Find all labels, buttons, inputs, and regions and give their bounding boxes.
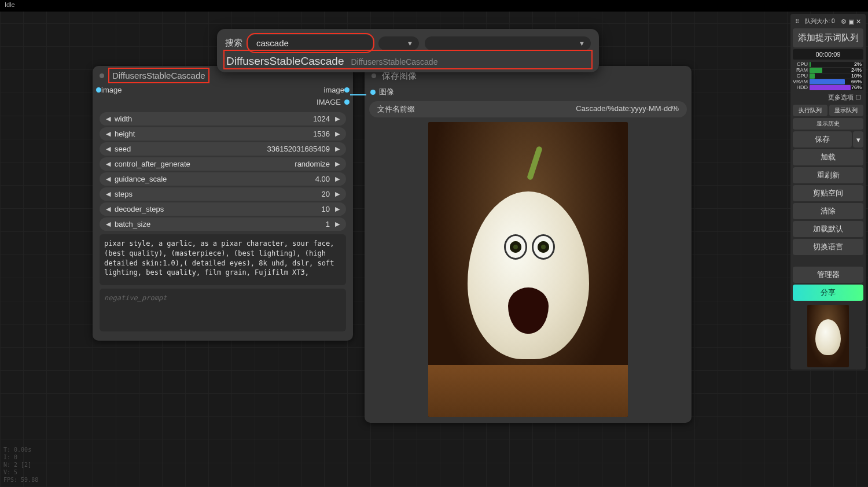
increment-icon[interactable]: ▶: [333, 190, 341, 198]
search-category-dropdown[interactable]: ▼: [378, 36, 419, 50]
increment-icon[interactable]: ▶: [333, 205, 341, 213]
pin-icon[interactable]: ▣: [848, 18, 854, 25]
param-value: 1536: [135, 130, 330, 138]
decrement-icon[interactable]: ◀: [104, 205, 112, 213]
chevron-down-icon: ▾: [856, 135, 860, 144]
meter-hdd: HDD76%: [793, 84, 863, 90]
meter-pct: 76%: [851, 84, 862, 90]
param-decoder_steps[interactable]: ◀decoder_steps10▶: [100, 202, 346, 216]
param-seed[interactable]: ◀seed336152031685409▶: [100, 142, 346, 156]
manager-button[interactable]: 管理器: [793, 267, 863, 283]
control-panel: ⠿ 队列大小: 0 ⚙ ▣ ✕ 添加提示词队列 00:00:09 CPU2%RA…: [790, 14, 866, 370]
param-label: width: [115, 115, 132, 123]
show-queue-button[interactable]: 显示队列: [829, 105, 864, 116]
negative-prompt-textarea[interactable]: negative_prompt: [100, 289, 346, 331]
param-label: seed: [115, 145, 131, 153]
status-text: Idle: [5, 1, 15, 8]
increment-icon[interactable]: ▶: [333, 175, 341, 183]
more-options-toggle[interactable]: 更多选项 ☐: [793, 92, 863, 103]
param-control_after_generate[interactable]: ◀control_after_generaterandomize▶: [100, 157, 346, 171]
clear-button[interactable]: 清除: [793, 203, 863, 219]
filename-prefix-field[interactable]: 文件名前缀 Cascade/%date:yyyy-MM-dd%: [369, 101, 687, 117]
param-label: steps: [115, 190, 133, 198]
meter-pct: 10%: [851, 73, 862, 79]
load-default-button[interactable]: 加载默认: [793, 221, 863, 237]
search-result-path: DiffusersStableCascade: [351, 57, 437, 67]
close-icon[interactable]: ✕: [856, 18, 861, 25]
enqueue-button[interactable]: 添加提示词队列: [793, 28, 863, 47]
node-save-image[interactable]: 保存图像 图像 文件名前缀 Cascade/%date:yyyy-MM-dd%: [365, 66, 692, 423]
search-result-row[interactable]: DiffusersStableCascade DiffusersStableCa…: [225, 51, 591, 68]
checkbox-icon: ☐: [855, 94, 861, 101]
decrement-icon[interactable]: ◀: [104, 160, 112, 168]
meter-vram: VRAM66%: [793, 79, 863, 84]
param-value: 1: [150, 220, 330, 228]
port-dot-icon: [96, 87, 101, 93]
prompt-textarea[interactable]: pixar style, a garlic, as a pixar charac…: [100, 234, 346, 285]
drag-handle-icon[interactable]: ⠿: [795, 19, 799, 25]
output-preview-image[interactable]: [428, 122, 628, 417]
meter-ram: RAM24%: [793, 67, 863, 73]
search-result-name: DiffusersStableCascade: [226, 55, 344, 68]
meter-label: GPU: [793, 73, 808, 79]
param-label: batch_size: [115, 220, 150, 228]
param-steps[interactable]: ◀steps20▶: [100, 187, 346, 201]
exec-queue-button[interactable]: 执行队列: [793, 105, 827, 116]
chevron-down-icon: ▼: [579, 40, 585, 47]
port-row-top: image image: [93, 84, 353, 96]
increment-icon[interactable]: ▶: [333, 220, 341, 228]
clipspace-button[interactable]: 剪贴空间: [793, 185, 863, 201]
share-button[interactable]: 分享: [793, 285, 863, 301]
history-thumbnail[interactable]: [807, 305, 849, 367]
param-value: 336152031685409: [131, 145, 330, 153]
param-width[interactable]: ◀width1024▶: [100, 112, 346, 126]
switch-language-button[interactable]: 切换语言: [793, 239, 863, 255]
decrement-icon[interactable]: ◀: [104, 220, 112, 228]
param-height[interactable]: ◀height1536▶: [100, 127, 346, 141]
input-port-image[interactable]: image: [96, 86, 122, 94]
param-value: 20: [133, 190, 330, 198]
perf-stats: T: 0.00s I: 0 N: 2 [2] V: 5 FPS: 59.88: [3, 446, 38, 484]
increment-icon[interactable]: ▶: [333, 115, 341, 123]
queue-size-label: 队列大小: 0: [805, 17, 834, 25]
decrement-icon[interactable]: ◀: [104, 145, 112, 153]
status-bar: Idle: [0, 0, 868, 12]
meter-pct: 2%: [854, 61, 862, 67]
param-batch_size[interactable]: ◀batch_size1▶: [100, 217, 346, 231]
meter-label: CPU: [793, 61, 808, 67]
decrement-icon[interactable]: ◀: [104, 190, 112, 198]
load-button[interactable]: 加载: [793, 149, 863, 165]
param-label: control_after_generate: [115, 160, 190, 168]
increment-icon[interactable]: ▶: [333, 145, 341, 153]
meter-bar: 24%: [810, 68, 863, 73]
param-label: height: [115, 130, 135, 138]
search-input[interactable]: [248, 35, 373, 51]
gear-icon[interactable]: ⚙: [841, 18, 847, 25]
search-filter-dropdown[interactable]: ▼: [425, 36, 591, 50]
meter-bar: 2%: [810, 62, 863, 67]
node-diffusers-stable-cascade[interactable]: DiffusersStableCascade image image IMAGE…: [93, 66, 353, 341]
panel-header: ⠿ 队列大小: 0 ⚙ ▣ ✕: [793, 16, 863, 27]
increment-icon[interactable]: ▶: [333, 160, 341, 168]
meter-cpu: CPU2%: [793, 61, 863, 67]
output-port-image[interactable]: image: [324, 86, 350, 94]
input-port-image[interactable]: 图像: [365, 85, 692, 99]
decrement-icon[interactable]: ◀: [104, 175, 112, 183]
search-label: 搜索: [225, 38, 242, 49]
node-search-popup: 搜索 ▼ ▼ DiffusersStableCascade DiffusersS…: [217, 29, 599, 72]
refresh-button[interactable]: 重刷新: [793, 167, 863, 183]
decrement-icon[interactable]: ◀: [104, 115, 112, 123]
meter-gpu: GPU10%: [793, 73, 863, 79]
filename-value: Cascade/%date:yyyy-MM-dd%: [576, 104, 679, 115]
param-label: decoder_steps: [115, 205, 164, 213]
meter-pct: 24%: [851, 67, 862, 73]
param-guidance_scale[interactable]: ◀guidance_scale4.00▶: [100, 172, 346, 186]
output-port-image-upper[interactable]: IMAGE: [93, 96, 353, 108]
save-button[interactable]: 保存: [793, 131, 852, 147]
meter-bar: 10%: [810, 73, 863, 79]
meter-label: VRAM: [793, 79, 808, 84]
show-history-button[interactable]: 显示历史: [793, 118, 863, 130]
increment-icon[interactable]: ▶: [333, 130, 341, 138]
save-dropdown-button[interactable]: ▾: [853, 131, 863, 147]
decrement-icon[interactable]: ◀: [104, 130, 112, 138]
